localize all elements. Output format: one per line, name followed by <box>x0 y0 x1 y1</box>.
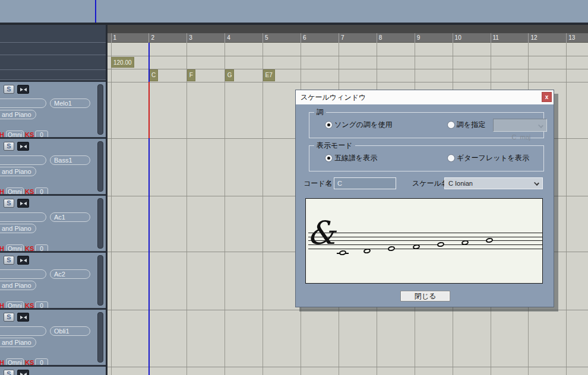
track-name-field[interactable]: Obli1 <box>50 326 90 336</box>
ruler-tick <box>186 33 187 43</box>
ruler-measure-number: 13 <box>568 34 575 42</box>
chord-name-label: コード名 <box>304 178 333 189</box>
omni-button[interactable]: Omni <box>6 301 24 308</box>
speaker-button[interactable] <box>17 85 29 94</box>
staff-line <box>308 237 542 237</box>
radio-unselected-icon[interactable] <box>447 121 455 129</box>
track-field[interactable] <box>0 326 46 336</box>
collapsed-track-row[interactable] <box>0 55 106 70</box>
key-groupbox: 調 ソングの調を使用 調を指定 C maj <box>309 112 544 138</box>
ruler-tick <box>263 33 263 43</box>
display-mode-groupbox: 表示モード 五線譜を表示 ギターフレットを表示 <box>309 145 544 171</box>
chord-marker[interactable]: G <box>225 69 235 81</box>
close-icon[interactable]: x <box>542 92 552 102</box>
track-field[interactable] <box>0 269 46 279</box>
track-scrollbar[interactable] <box>97 311 105 364</box>
measure-ruler[interactable]: 12345678910111213 <box>108 33 588 43</box>
radio-use-song-key[interactable]: ソングの調を使用 <box>325 120 392 129</box>
track-list-sidebar: SMelo1and PianoHOmniKS0SBass1and PianoHO… <box>0 25 106 375</box>
track-field[interactable] <box>0 98 46 108</box>
bank-button[interactable]: 0 <box>35 301 48 308</box>
track-scrollbar[interactable] <box>97 140 105 193</box>
ruler-tick <box>453 33 453 43</box>
ruler-tick <box>225 33 225 43</box>
grid-measure-line <box>111 43 112 375</box>
scale-name-select[interactable]: C Ionian <box>444 177 543 189</box>
grid-measure-line <box>186 43 187 375</box>
solo-button[interactable]: S <box>4 313 14 322</box>
track-name-field[interactable]: Ac2 <box>50 269 90 279</box>
collapsed-track-row[interactable] <box>0 25 106 43</box>
omni-button[interactable]: Omni <box>6 131 24 137</box>
tempo-marker[interactable]: 120.00 <box>111 57 134 68</box>
instrument-field[interactable]: and Piano <box>0 110 36 119</box>
staff-line <box>308 233 542 233</box>
speaker-button[interactable] <box>17 199 29 208</box>
instrument-field[interactable]: and Piano <box>0 224 36 233</box>
ruler-measure-number: 3 <box>189 34 192 42</box>
ruler-tick <box>148 33 149 43</box>
overview-ruler[interactable] <box>0 0 588 23</box>
solo-button[interactable]: S <box>4 370 14 375</box>
track-name-field[interactable]: Melo1 <box>50 98 90 108</box>
chord-marker[interactable]: C <box>149 69 158 81</box>
omni-button[interactable]: Omni <box>6 188 24 194</box>
scale-name-label: スケール名 <box>412 178 448 189</box>
track-name-field[interactable]: Bass1 <box>50 155 90 165</box>
instrument-field[interactable]: and Piano <box>0 338 36 347</box>
scale-window-dialog: スケールウィンドウ x 調 ソングの調を使用 調を指定 C maj 表示モード … <box>295 90 554 307</box>
chord-marker[interactable]: E7 <box>263 69 275 81</box>
collapsed-track-row[interactable] <box>0 43 106 55</box>
radio-selected-icon[interactable] <box>325 121 333 129</box>
omni-button[interactable]: Omni <box>6 358 24 365</box>
speaker-button[interactable] <box>17 313 29 322</box>
track-panel: SAc2and PianoHOmniKS0 <box>0 251 106 308</box>
collapsed-track-row[interactable] <box>0 70 106 80</box>
chord-marker[interactable]: F <box>187 69 195 81</box>
staff-line <box>308 240 542 241</box>
speaker-button[interactable] <box>17 142 29 151</box>
solo-button[interactable]: S <box>4 199 14 208</box>
solo-button[interactable]: S <box>4 256 14 265</box>
radio-selected-icon[interactable] <box>325 154 333 162</box>
channel-label: H <box>0 358 4 365</box>
track-scrollbar[interactable] <box>97 197 105 250</box>
staff-notation-panel: & <box>305 198 543 284</box>
close-button[interactable]: 閉じる <box>400 291 450 301</box>
solo-button[interactable]: S <box>4 85 14 94</box>
bank-button[interactable]: 0 <box>35 244 48 251</box>
display-group-label: 表示モード <box>314 141 355 150</box>
radio-specify-key[interactable]: 調を指定 <box>447 120 485 129</box>
ruler-measure-number: 4 <box>227 34 230 42</box>
ks-label: KS <box>25 188 34 194</box>
grid-measure-line <box>566 43 567 375</box>
speaker-button[interactable] <box>17 370 29 375</box>
instrument-field[interactable]: and Piano <box>0 167 36 176</box>
speaker-button[interactable] <box>17 256 29 265</box>
grid-row-line <box>108 82 588 82</box>
ks-label: KS <box>25 131 34 137</box>
radio-show-guitar-fret[interactable]: ギターフレットを表示 <box>447 154 529 163</box>
radio-show-staff[interactable]: 五線譜を表示 <box>325 154 377 163</box>
track-scrollbar[interactable] <box>97 254 105 307</box>
instrument-field[interactable]: and Piano <box>0 281 36 290</box>
track-name-field[interactable]: Ac1 <box>50 212 90 222</box>
chevron-down-icon <box>538 123 543 128</box>
ruler-top-strip[interactable] <box>108 25 588 33</box>
bank-button[interactable]: 0 <box>35 188 48 194</box>
ruler-measure-number: 12 <box>530 34 537 42</box>
track-scrollbar[interactable] <box>97 83 105 136</box>
chord-name-input[interactable]: C <box>334 177 396 189</box>
ruler-tick <box>566 33 567 43</box>
omni-button[interactable]: Omni <box>6 244 24 251</box>
bank-button[interactable]: 0 <box>35 131 48 137</box>
bank-button[interactable]: 0 <box>35 358 48 365</box>
track-field[interactable] <box>0 212 46 222</box>
radio-unselected-icon[interactable] <box>447 154 455 162</box>
ks-label: KS <box>25 301 34 308</box>
channel-label: H <box>0 131 4 137</box>
speaker-icon <box>20 373 27 375</box>
track-field[interactable] <box>0 155 46 165</box>
solo-button[interactable]: S <box>4 142 14 151</box>
whole-note <box>437 241 444 247</box>
